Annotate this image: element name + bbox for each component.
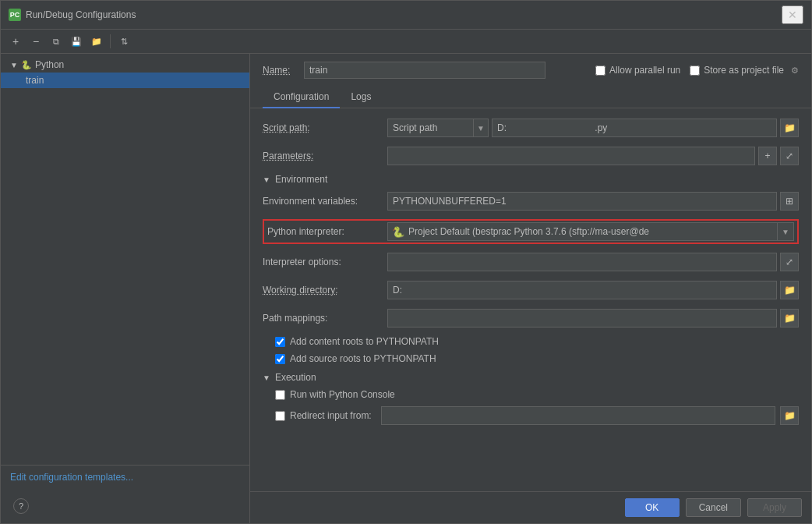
title-bar-left: PC Run/Debug Configurations — [9, 9, 136, 21]
edit-templates-link[interactable]: Edit configuration templates... — [10, 472, 133, 483]
env-vars-edit-icon[interactable]: ⊞ — [780, 192, 799, 211]
parameters-control: + ⤢ — [387, 147, 799, 165]
app-icon: PC — [9, 9, 21, 21]
env-vars-row: Environment variables: PYTHONUNBUFFERED=… — [263, 191, 799, 211]
sidebar: ▼ 🐍 Python train Edit configuration temp… — [1, 54, 250, 523]
redirect-input-checkbox[interactable] — [275, 411, 285, 421]
environment-section-header: ▼ Environment — [263, 174, 799, 185]
env-vars-control: PYTHONUNBUFFERED=1 ⊞ — [387, 192, 799, 211]
script-path-folder-icon[interactable]: 📁 — [780, 119, 799, 137]
interpreter-options-expand-icon[interactable]: ⤢ — [780, 253, 799, 271]
settings-gear-icon[interactable]: ⚙ — [791, 66, 799, 76]
store-as-project-label: Store as project file — [704, 65, 784, 76]
script-path-label: Script path: — [263, 122, 387, 133]
add-content-roots-checkbox[interactable] — [275, 337, 285, 347]
working-directory-row: Working directory: 📁 — [263, 280, 799, 300]
environment-arrow-icon[interactable]: ▼ — [263, 175, 270, 184]
interpreter-options-row: Interpreter options: ⤢ — [263, 252, 799, 272]
working-directory-control: 📁 — [387, 281, 799, 299]
parameters-label: Parameters: — [263, 150, 387, 161]
name-row: Name: Allow parallel run Store as projec… — [250, 54, 811, 87]
sidebar-item-train[interactable]: train — [1, 73, 249, 88]
sort-config-button[interactable]: ⇅ — [115, 33, 132, 50]
python-interpreter-arrow-icon: ▼ — [777, 223, 793, 240]
copy-config-button[interactable]: ⧉ — [48, 33, 65, 50]
sidebar-group-python[interactable]: ▼ 🐍 Python — [1, 57, 249, 73]
path-mappings-input[interactable] — [387, 309, 777, 328]
parameters-input[interactable] — [387, 147, 755, 165]
interpreter-options-input[interactable] — [387, 253, 777, 271]
env-vars-value: PYTHONUNBUFFERED=1 — [393, 196, 507, 207]
env-vars-field[interactable]: PYTHONUNBUFFERED=1 — [387, 192, 777, 211]
interpreter-options-label: Interpreter options: — [263, 257, 387, 267]
add-content-roots-label: Add content roots to PYTHONPATH — [290, 336, 439, 347]
run-python-console-row: Run with Python Console — [269, 389, 799, 400]
working-directory-label: Working directory: — [263, 285, 387, 296]
script-path-type: Script path — [388, 121, 473, 135]
redirect-input-field[interactable] — [381, 406, 775, 425]
help-button[interactable]: ? — [13, 498, 29, 514]
path-mappings-control: 📁 — [387, 309, 799, 328]
config-panel: Script path: Script path ▼ 📁 Parameters: — [250, 108, 811, 491]
apply-button[interactable]: Apply — [747, 498, 802, 517]
main-content: ▼ 🐍 Python train Edit configuration temp… — [1, 54, 811, 523]
tab-logs[interactable]: Logs — [340, 87, 382, 108]
execution-section-header: ▼ Execution — [263, 372, 799, 383]
env-vars-label: Environment variables: — [263, 196, 387, 207]
interpreter-options-control: ⤢ — [387, 253, 799, 271]
parameters-settings-icon[interactable]: ⤢ — [780, 147, 799, 165]
redirect-input-folder-icon[interactable]: 📁 — [780, 406, 799, 425]
toolbar-separator — [110, 34, 111, 48]
parameters-expand-icon[interactable]: + — [758, 147, 777, 165]
expand-arrow-icon: ▼ — [10, 61, 18, 69]
store-as-project-checkbox[interactable] — [690, 66, 700, 76]
execution-checkboxes: Run with Python Console Redirect input f… — [263, 389, 799, 425]
allow-parallel-checkbox[interactable] — [595, 66, 605, 76]
python-group-icon: 🐍 — [21, 60, 32, 70]
save-config-button[interactable]: 💾 — [68, 33, 85, 50]
remove-config-button[interactable]: − — [27, 33, 44, 50]
right-panel: Name: Allow parallel run Store as projec… — [250, 54, 811, 523]
run-python-console-label: Run with Python Console — [290, 389, 395, 400]
python-group-label: Python — [35, 59, 64, 70]
add-content-roots-row: Add content roots to PYTHONPATH — [269, 336, 799, 347]
script-path-row: Script path: Script path ▼ 📁 — [263, 118, 799, 138]
python-interpreter-row: Python interpreter: 🐍 Project Default (b… — [263, 219, 799, 244]
path-mappings-folder-icon[interactable]: 📁 — [780, 309, 799, 328]
close-button[interactable]: ✕ — [782, 5, 803, 24]
environment-section-title: Environment — [275, 174, 327, 185]
add-config-button[interactable]: + — [7, 33, 24, 50]
allow-parallel-group: Allow parallel run — [595, 65, 680, 76]
script-path-arrow-icon: ▼ — [473, 119, 488, 136]
execution-arrow-icon[interactable]: ▼ — [263, 374, 270, 382]
script-path-control: Script path ▼ 📁 — [387, 119, 799, 137]
bottom-bar: OK Cancel Apply — [250, 491, 811, 523]
folder-config-button[interactable]: 📁 — [88, 33, 105, 50]
redirect-input-label: Redirect input from: — [290, 410, 372, 421]
execution-section-title: Execution — [275, 372, 316, 383]
title-bar: PC Run/Debug Configurations ✕ — [1, 1, 811, 30]
tab-configuration[interactable]: Configuration — [263, 87, 340, 108]
ok-button[interactable]: OK — [625, 498, 680, 517]
python-interpreter-label: Python interpreter: — [267, 226, 387, 237]
train-config-label: train — [26, 75, 44, 86]
name-options: Allow parallel run Store as project file… — [595, 65, 799, 76]
python-interpreter-select[interactable]: 🐍 Project Default (bestprac Python 3.7.6… — [387, 222, 794, 241]
script-path-input[interactable] — [492, 119, 777, 137]
python-interpreter-value: Project Default (bestprac Python 3.7.6 (… — [408, 226, 777, 237]
parameters-row: Parameters: + ⤢ — [263, 146, 799, 166]
sidebar-footer: Edit configuration templates... — [1, 465, 249, 489]
add-source-roots-label: Add source roots to PYTHONPATH — [290, 353, 436, 364]
run-python-console-checkbox[interactable] — [275, 390, 285, 400]
name-input[interactable] — [304, 62, 545, 79]
add-source-roots-checkbox[interactable] — [275, 354, 285, 364]
script-path-dropdown[interactable]: Script path ▼ — [387, 119, 489, 137]
working-directory-folder-icon[interactable]: 📁 — [780, 281, 799, 299]
cancel-button[interactable]: Cancel — [686, 498, 741, 517]
working-directory-input[interactable] — [387, 281, 777, 299]
run-debug-dialog: PC Run/Debug Configurations ✕ + − ⧉ 💾 📁 … — [0, 0, 812, 524]
path-mappings-row: Path mappings: 📁 — [263, 308, 799, 328]
python-interpreter-icon: 🐍 — [388, 225, 408, 239]
store-as-project-group: Store as project file ⚙ — [690, 65, 799, 76]
name-label: Name: — [263, 65, 298, 76]
